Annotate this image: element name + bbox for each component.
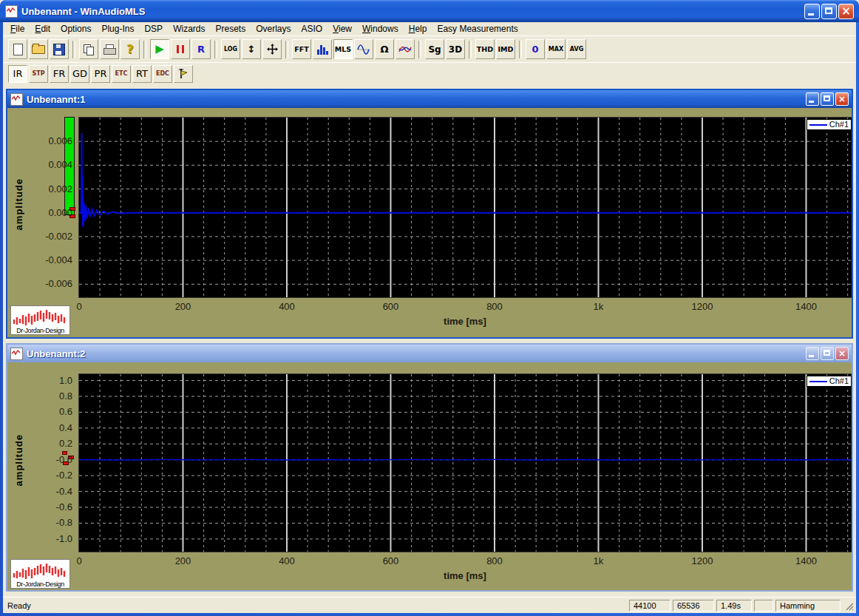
child-1-minimize-button[interactable] bbox=[806, 92, 819, 106]
child-1-close-button[interactable]: × bbox=[835, 92, 849, 106]
y-tick-label: -0.6 bbox=[7, 501, 72, 512]
three-d-button[interactable]: 3D bbox=[446, 39, 465, 59]
y-tick-label: -0.006 bbox=[7, 278, 72, 289]
average-button[interactable]: AVG bbox=[567, 39, 586, 59]
toolbar-separator bbox=[143, 41, 146, 58]
close-button[interactable]: × bbox=[838, 4, 854, 19]
record-button[interactable]: R bbox=[191, 39, 211, 59]
signal-generator-button[interactable] bbox=[354, 39, 373, 59]
child-2-minimize-button[interactable] bbox=[806, 347, 819, 360]
menu-item-options[interactable]: Options bbox=[55, 23, 96, 35]
trace-ch1 bbox=[79, 133, 852, 227]
impulse-response-button[interactable]: IR bbox=[8, 65, 27, 83]
log-scale-button[interactable]: LOG bbox=[221, 39, 240, 59]
x-axis-label: time [ms] bbox=[78, 570, 852, 581]
help-button[interactable]: ? bbox=[120, 39, 140, 59]
plot-svg bbox=[79, 374, 852, 552]
menu-item-windows[interactable]: Windows bbox=[357, 23, 404, 35]
open-button[interactable] bbox=[29, 39, 48, 59]
trace-ch1 bbox=[79, 459, 852, 460]
imd-button[interactable]: IMD bbox=[496, 39, 515, 59]
toolbar-separator bbox=[469, 41, 472, 58]
menu-item-plug-ins[interactable]: Plug-Ins bbox=[96, 23, 139, 35]
child-2-close-button[interactable]: × bbox=[835, 347, 849, 360]
group-delay-button[interactable]: GD bbox=[70, 65, 89, 83]
energy-decay-curve-button[interactable]: EDC bbox=[153, 65, 172, 83]
close-icon: × bbox=[836, 93, 848, 105]
y-tick-label: 0.2 bbox=[7, 438, 72, 449]
autoscale-all-button[interactable] bbox=[262, 39, 282, 59]
y-tick-label: 0.002 bbox=[7, 183, 72, 194]
frequency-response-button[interactable] bbox=[395, 39, 415, 59]
menu-item-edit[interactable]: Edit bbox=[30, 23, 55, 35]
maximize-button[interactable] bbox=[821, 4, 837, 19]
close-icon: × bbox=[839, 4, 853, 18]
y-tick-label: 0.8 bbox=[7, 390, 72, 402]
x-tick-label: 600 bbox=[383, 555, 399, 566]
minimize-button[interactable] bbox=[804, 4, 820, 19]
spectrum-button[interactable] bbox=[313, 39, 332, 59]
brand-logo: Dr-Jordan-Design bbox=[10, 305, 70, 335]
new-button[interactable] bbox=[8, 39, 27, 59]
save-button[interactable] bbox=[50, 39, 69, 59]
plot-area-1[interactable]: Ch#1 bbox=[78, 117, 852, 298]
zero-button[interactable]: 0 bbox=[526, 39, 545, 59]
impedance-button[interactable]: Ω bbox=[375, 39, 394, 59]
legend-1: Ch#1 bbox=[807, 119, 852, 130]
pause-button[interactable] bbox=[171, 39, 190, 59]
reverberation-time-button[interactable]: RT bbox=[132, 65, 152, 83]
child-1-title: Unbenannt:1 bbox=[27, 94, 806, 105]
max-hold-button[interactable]: MAX bbox=[546, 39, 566, 59]
legend-line-swatch bbox=[809, 124, 827, 126]
new-document-icon bbox=[13, 44, 23, 55]
fft-button[interactable]: FFT bbox=[292, 39, 311, 59]
status-spare-field bbox=[754, 600, 773, 612]
y-tick-label: 0.6 bbox=[7, 406, 72, 417]
signal-generator-sg-button[interactable]: Sg bbox=[425, 39, 444, 59]
thd-button[interactable]: THD bbox=[475, 39, 495, 59]
resize-grip[interactable] bbox=[843, 600, 855, 612]
menu-item-overlays[interactable]: Overlays bbox=[251, 23, 296, 35]
step-response-button[interactable]: STP bbox=[29, 65, 48, 83]
mls-button[interactable]: MLS bbox=[333, 39, 353, 59]
brand-waveform-icon bbox=[11, 306, 69, 327]
status-message: Ready bbox=[7, 601, 627, 610]
menu-item-help[interactable]: Help bbox=[404, 23, 432, 35]
child-window-2[interactable]: Unbenannt:2 × Ch#1 bbox=[6, 343, 853, 592]
flag-marker-icon bbox=[177, 68, 189, 79]
omega-icon: Ω bbox=[380, 44, 388, 54]
x-tick-label: 400 bbox=[279, 555, 295, 566]
copy-button[interactable] bbox=[79, 39, 98, 59]
copy-icon bbox=[84, 44, 94, 55]
frequency-response-mode-button[interactable]: FR bbox=[50, 65, 69, 83]
menu-item-presets[interactable]: Presets bbox=[210, 23, 251, 35]
child-2-plot-panel: Ch#1 amplitude time [ms] bbox=[7, 362, 852, 590]
x-tick-label: 1200 bbox=[692, 301, 713, 312]
brand-waveform-icon bbox=[11, 560, 69, 581]
menu-item-dsp[interactable]: DSP bbox=[139, 23, 168, 35]
menu-item-easy-measurements[interactable]: Easy Measurements bbox=[432, 23, 523, 35]
menu-item-view[interactable]: View bbox=[327, 23, 357, 35]
child-1-maximize-button[interactable] bbox=[821, 92, 834, 106]
etc-button[interactable]: ETC bbox=[112, 65, 131, 83]
play-icon: ▶ bbox=[155, 44, 164, 55]
menu-item-file[interactable]: File bbox=[5, 23, 30, 35]
title-bar[interactable]: Unbenannt - WinAudioMLS × bbox=[0, 0, 859, 22]
plot-area-2[interactable]: Ch#1 bbox=[78, 373, 852, 552]
child-2-maximize-button[interactable] bbox=[821, 347, 834, 360]
app-icon bbox=[5, 5, 18, 18]
child-window-1[interactable]: Unbenannt:1 × Ch#1 bbox=[6, 89, 853, 339]
y-tick-label: -0.004 bbox=[7, 254, 72, 265]
autoscale-vertical-button[interactable]: ↕ bbox=[242, 39, 261, 59]
y-tick-label: 0.4 bbox=[7, 422, 72, 433]
play-button[interactable]: ▶ bbox=[150, 39, 169, 59]
menu-item-asio[interactable]: ASIO bbox=[296, 23, 328, 35]
x-tick-label: 200 bbox=[175, 555, 191, 566]
child-2-title: Unbenannt:2 bbox=[27, 348, 806, 359]
child-1-title-bar[interactable]: Unbenannt:1 × bbox=[7, 90, 852, 108]
child-2-title-bar[interactable]: Unbenannt:2 × bbox=[7, 345, 852, 362]
phase-response-button[interactable]: PR bbox=[91, 65, 110, 83]
print-button[interactable] bbox=[100, 39, 119, 59]
menu-item-wizards[interactable]: Wizards bbox=[168, 23, 210, 35]
marker-window-button[interactable] bbox=[174, 65, 193, 83]
